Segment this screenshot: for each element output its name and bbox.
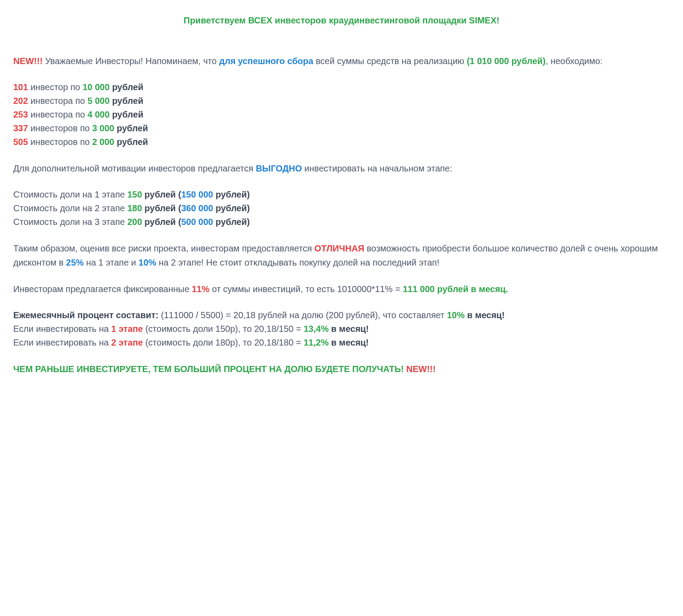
- fixed-result: 111 000 рублей в месяц.: [403, 284, 508, 294]
- investor-amount: 5 000: [87, 96, 110, 106]
- stage-mid: рублей (: [142, 217, 182, 227]
- stage-cost: 200: [127, 217, 142, 227]
- motivation-text-1: Для дополнительной мотивации инвесторов …: [13, 164, 256, 173]
- if1-text-1: Если инвестировать на: [13, 324, 111, 334]
- investor-count: 253: [13, 110, 28, 119]
- stage-list: Стоимость доли на 1 этапе 150 рублей (15…: [13, 188, 670, 229]
- stage-cost: 150: [127, 190, 142, 199]
- stage-total: 500 000: [181, 217, 213, 227]
- monthly-text-1: (111000 / 5500) = 20,18 рублей на долю (…: [159, 310, 447, 320]
- stage-mid: рублей (: [142, 190, 182, 199]
- if1-text-2: (стоимость доли 150р), то 20,18/150 =: [143, 324, 304, 334]
- stage-row: Стоимость доли на 3 этапе 200 рублей (50…: [13, 215, 670, 229]
- investor-unit: рублей: [114, 137, 148, 147]
- motivation-paragraph: Для дополнительной мотивации инвесторов …: [13, 161, 670, 175]
- new-badge: NEW!!!: [13, 56, 43, 66]
- if-line-1: Если инвестировать на 1 этапе (стоимость…: [13, 322, 670, 336]
- investor-list: 101 инвестор по 10 000 рублей 202 инвест…: [13, 80, 670, 149]
- stage-row: Стоимость доли на 2 этапе 180 рублей (36…: [13, 202, 670, 215]
- intro-text-2: всей суммы средств на реализацию: [313, 56, 467, 66]
- monthly-pct: 10%: [447, 310, 465, 320]
- investor-count: 337: [13, 123, 28, 133]
- stage-row: Стоимость доли на 1 этапе 150 рублей (15…: [13, 188, 670, 202]
- investor-unit: рублей: [114, 123, 148, 133]
- investor-row: 253 инвестора по 4 000 рублей: [13, 108, 670, 122]
- monthly-label: Ежемесячный процент составит:: [13, 310, 159, 320]
- fixed-pct: 11%: [192, 284, 209, 294]
- investor-unit: рублей: [110, 82, 143, 92]
- fixed-paragraph: Инвесторам предлагается фиксированные 11…: [13, 282, 670, 296]
- investor-count: 101: [13, 82, 28, 92]
- if1-pct: 13,4%: [304, 324, 329, 334]
- calc-block: Ежемесячный процент составит: (111000 / …: [13, 308, 670, 350]
- intro-paragraph: NEW!!! Уважаемые Инвесторы! Напоминаем, …: [13, 54, 670, 68]
- risk-text-4: на 2 этапе! Не стоит откладывать покупку…: [156, 258, 440, 267]
- investor-row: 505 инвесторов по 2 000 рублей: [13, 135, 670, 149]
- stage-pre: Стоимость доли на 1 этапе: [13, 190, 127, 199]
- stage-post: рублей): [213, 203, 250, 213]
- investor-amount: 3 000: [92, 123, 114, 133]
- risk-pct-1: 25%: [66, 258, 84, 267]
- investor-amount: 2 000: [92, 137, 114, 147]
- intro-amount: (1 010 000 рублей): [467, 56, 546, 66]
- stage-pre: Стоимость доли на 3 этапе: [13, 217, 127, 227]
- investor-unit: рублей: [110, 96, 143, 106]
- motivation-text-2: инвестировать на начальном этапе:: [302, 164, 452, 173]
- investor-amount: 10 000: [83, 82, 110, 92]
- stage-total: 360 000: [181, 203, 213, 213]
- intro-text-3: , необходимо:: [546, 56, 603, 66]
- closing-new: NEW!!!: [404, 364, 436, 374]
- investor-row: 337 инвесторов по 3 000 рублей: [13, 122, 670, 135]
- if2-text-1: Если инвестировать на: [13, 338, 111, 347]
- investor-unit: рублей: [110, 110, 143, 119]
- intro-text-1: Уважаемые Инвесторы! Напоминаем, что: [43, 56, 219, 66]
- stage-total: 150 000: [181, 190, 213, 199]
- motivation-highlight: ВЫГОДНО: [256, 164, 302, 173]
- investor-row: 101 инвестор по 10 000 рублей: [13, 80, 670, 94]
- if1-stage: 1 этапе: [111, 324, 143, 334]
- investor-word: инвесторов по: [28, 137, 92, 147]
- if2-pct: 11,2%: [304, 338, 329, 347]
- if2-text-3: в месяц!: [329, 338, 369, 347]
- investor-count: 505: [13, 137, 28, 147]
- stage-cost: 180: [127, 203, 142, 213]
- intro-blue: для успешного сбора: [219, 56, 313, 66]
- if1-text-3: в месяц!: [329, 324, 369, 334]
- risk-text-1: Таким образом, оценив все риски проекта,…: [13, 243, 315, 253]
- investor-word: инвестора по: [28, 96, 87, 106]
- stage-mid: рублей (: [142, 203, 182, 213]
- stage-post: рублей): [213, 190, 250, 199]
- fixed-text-2: от суммы инвестиций, то есть 1010000*11%…: [209, 284, 403, 294]
- if2-stage: 2 этапе: [111, 338, 143, 347]
- investor-amount: 4 000: [87, 110, 110, 119]
- if-line-2: Если инвестировать на 2 этапе (стоимость…: [13, 336, 670, 350]
- stage-pre: Стоимость доли на 2 этапе: [13, 203, 127, 213]
- risk-highlight: ОТЛИЧНАЯ: [315, 243, 364, 253]
- monthly-text-2: в месяц!: [465, 310, 505, 320]
- investor-row: 202 инвестора по 5 000 рублей: [13, 94, 670, 108]
- risk-pct-2: 10%: [139, 258, 156, 267]
- monthly-line: Ежемесячный процент составит: (111000 / …: [13, 308, 670, 322]
- stage-post: рублей): [213, 217, 250, 227]
- investor-word: инвестора по: [28, 110, 87, 119]
- closing-paragraph: ЧЕМ РАНЬШЕ ИНВЕСТИРУЕТЕ, ТЕМ БОЛЬШИЙ ПРО…: [13, 362, 670, 376]
- page-title: Приветствуем ВСЕХ инвесторов краудинвест…: [13, 13, 670, 27]
- if2-text-2: (стоимость доли 180р), то 20,18/180 =: [143, 338, 304, 347]
- fixed-text-1: Инвесторам предлагается фиксированные: [13, 284, 192, 294]
- investor-count: 202: [13, 96, 28, 106]
- investor-word: инвесторов по: [28, 123, 92, 133]
- investor-word: инвестор по: [28, 82, 83, 92]
- risk-paragraph: Таким образом, оценив все риски проекта,…: [13, 241, 670, 270]
- closing-green: ЧЕМ РАНЬШЕ ИНВЕСТИРУЕТЕ, ТЕМ БОЛЬШИЙ ПРО…: [13, 364, 404, 374]
- risk-text-3: на 1 этапе и: [84, 258, 139, 267]
